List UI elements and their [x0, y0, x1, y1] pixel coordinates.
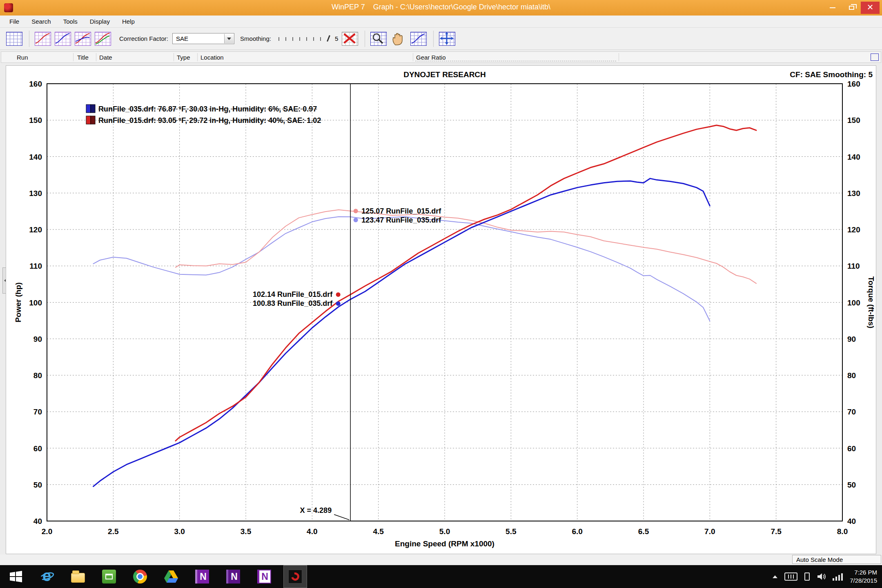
onenote-clipper-icon: N — [257, 570, 271, 584]
right-tick-label: 120 — [847, 225, 860, 234]
green-app-button[interactable] — [97, 565, 121, 588]
right-tick-label: 50 — [847, 481, 856, 489]
x-tick-label: 2.0 — [42, 527, 52, 536]
left-tick-label: 80 — [33, 371, 42, 380]
column-title[interactable]: Title — [77, 54, 89, 61]
cursor-marker-label: 100.83 RunFile_035.drf — [253, 299, 333, 307]
column-gear-ratio[interactable]: Gear Ratio — [416, 54, 446, 61]
clock-time: 7:26 PM — [850, 568, 877, 577]
x-tick-label: 6.5 — [638, 527, 649, 536]
x-tick-label: 7.0 — [704, 527, 715, 536]
right-axis-title: Torque (ft-lbs) — [867, 276, 875, 328]
x-tick-label: 5.5 — [506, 527, 517, 536]
left-tick-label: 110 — [29, 262, 42, 270]
menu-tools[interactable]: Tools — [57, 18, 84, 25]
menu-file[interactable]: File — [3, 18, 25, 25]
start-button[interactable] — [4, 565, 28, 588]
right-tick-label: 80 — [847, 371, 856, 380]
menu-help[interactable]: Help — [116, 18, 141, 25]
titlebar[interactable]: WinPEP 7 Graph - C:\Users\hector\Google … — [0, 0, 882, 16]
dyno-chart[interactable]: X = 4.289125.07 RunFile_015.drf123.47 Ru… — [6, 66, 877, 555]
right-tick-label: 160 — [847, 80, 860, 88]
winpep-logo-icon — [4, 3, 13, 12]
slider-thumb[interactable] — [327, 35, 330, 42]
run-list-header: Run Title Date Type Location Gear Ratio — [1, 51, 881, 63]
right-tick-label: 100 — [847, 298, 860, 307]
unzoom-button[interactable] — [409, 31, 428, 47]
desktop: WinPEP 7 Graph - C:\Users\hector\Google … — [0, 0, 882, 588]
graph-view-button[interactable] — [33, 31, 52, 47]
column-type[interactable]: Type — [177, 54, 190, 61]
center-cursor-button[interactable] — [438, 31, 457, 47]
left-tick-label: 70 — [33, 408, 42, 416]
left-tick-label: 120 — [29, 225, 42, 234]
folder-icon — [71, 573, 85, 583]
onenote-clipper-button[interactable]: N — [252, 565, 276, 588]
column-location[interactable]: Location — [200, 54, 224, 61]
file-explorer-button[interactable] — [66, 565, 90, 588]
left-tick-label: 140 — [29, 153, 42, 161]
right-tick-label: 150 — [847, 116, 860, 125]
toolbar: Correction Factor: SAE Smoothing: 5 — [0, 28, 882, 50]
correction-factor-label: Correction Factor: — [119, 35, 168, 42]
google-drive-button[interactable] — [159, 565, 183, 588]
chart-title: DYNOJET RESEARCH — [403, 70, 486, 79]
graph-overlay-button[interactable] — [94, 31, 112, 47]
delete-run-button[interactable] — [341, 31, 359, 47]
close-button[interactable]: × — [861, 2, 880, 14]
left-tick-label: 150 — [29, 116, 42, 125]
graph-power-button[interactable] — [53, 31, 72, 47]
touch-keyboard-icon[interactable] — [784, 572, 797, 581]
restore-button[interactable] — [842, 2, 861, 14]
internet-explorer-button[interactable]: e — [35, 565, 59, 588]
windows-logo-icon — [10, 571, 22, 582]
x-tick-label: 3.0 — [174, 527, 185, 536]
series-runfile_035-drf-torque — [94, 217, 710, 321]
run-table-button[interactable] — [5, 31, 24, 47]
right-tick-label: 140 — [847, 153, 860, 161]
cursor-marker-dot — [336, 292, 341, 297]
network-icon[interactable] — [833, 572, 843, 581]
cursor-marker-dot — [354, 209, 358, 213]
left-tick-label: 100 — [29, 298, 42, 307]
legend-swatch — [86, 116, 91, 124]
menu-display[interactable]: Display — [84, 18, 116, 25]
left-tick-label: 60 — [33, 444, 42, 453]
chart-corner-note: CF: SAE Smoothing: 5 — [790, 70, 873, 79]
column-separator — [413, 53, 413, 61]
left-tick-label: 40 — [33, 517, 42, 526]
column-date[interactable]: Date — [99, 54, 112, 61]
series-runfile_015-drf-torque — [176, 210, 756, 283]
column-separator — [96, 53, 96, 61]
volume-icon[interactable] — [817, 572, 826, 581]
pan-hand-button[interactable] — [389, 31, 408, 47]
smoothing-slider[interactable] — [277, 33, 331, 45]
winpep-taskbar-button[interactable] — [283, 565, 307, 588]
onenote-button[interactable]: N — [190, 565, 214, 588]
dropdown-arrow-icon — [224, 34, 234, 43]
x-tick-label: 6.0 — [572, 527, 582, 536]
list-options-icon[interactable] — [871, 53, 879, 61]
correction-factor-select[interactable]: SAE — [172, 33, 234, 44]
correction-factor-value: SAE — [176, 35, 188, 42]
minimize-button[interactable] — [823, 2, 842, 14]
right-tick-label: 90 — [847, 335, 856, 343]
x-tick-label: 8.0 — [837, 527, 848, 536]
graph-torque-button[interactable] — [74, 31, 92, 47]
slider-ticks — [278, 37, 325, 41]
onenote-2-button[interactable]: N — [221, 565, 245, 588]
internet-explorer-icon: e — [39, 569, 55, 584]
cursor-marker-label: 123.47 RunFile_035.drf — [361, 216, 441, 224]
right-tick-label: 40 — [847, 517, 856, 526]
column-run[interactable]: Run — [17, 54, 28, 61]
winpep-icon — [288, 570, 302, 584]
device-icon[interactable] — [804, 572, 810, 581]
zoom-button[interactable] — [369, 31, 388, 47]
menu-search[interactable]: Search — [25, 18, 57, 25]
scale-mode-status: Auto Scale Mode — [792, 555, 881, 564]
tray-expand-icon[interactable] — [773, 575, 777, 578]
chrome-button[interactable] — [128, 565, 152, 588]
gear-ratio-underline — [415, 61, 616, 61]
taskbar-clock[interactable]: 7:26 PM 7/28/2015 — [850, 568, 877, 585]
x-tick-label: 2.5 — [108, 527, 119, 536]
